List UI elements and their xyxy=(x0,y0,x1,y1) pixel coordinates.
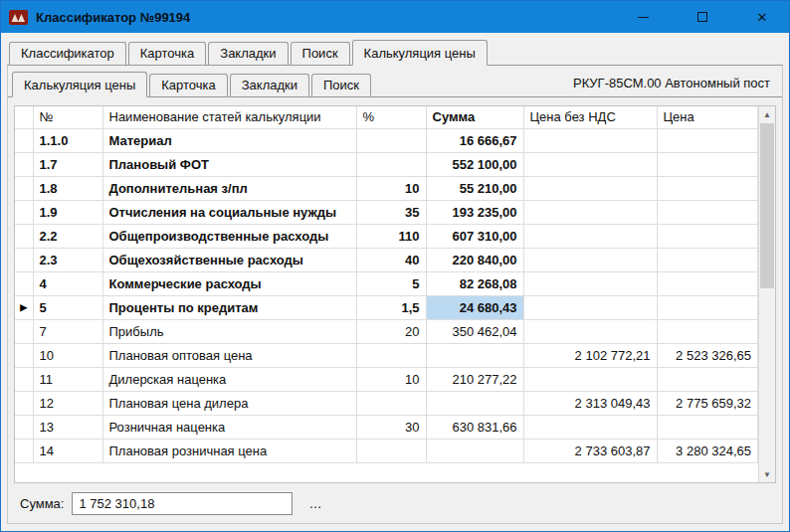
cell-name[interactable]: Розничная наценка xyxy=(102,415,356,439)
cell-price-no-vat[interactable] xyxy=(523,415,657,439)
cell-price[interactable] xyxy=(657,271,758,295)
row-marker[interactable] xyxy=(15,415,33,439)
cell-percent[interactable] xyxy=(356,343,426,367)
cell-sum[interactable]: 193 235,00 xyxy=(426,200,523,224)
table-row[interactable]: 12Плановая цена дилера2 313 049,432 775 … xyxy=(15,391,758,415)
maximize-button[interactable] xyxy=(680,1,725,33)
row-marker[interactable] xyxy=(15,128,33,152)
col-header-price[interactable]: Цена xyxy=(657,106,758,128)
inner-tab-card[interactable]: Карточка xyxy=(149,74,227,96)
cell-percent[interactable]: 10 xyxy=(356,176,426,200)
table-row[interactable]: 11Дилерская наценка10210 277,22 xyxy=(15,367,758,391)
cell-name[interactable]: Дополнительная з/пл xyxy=(102,176,356,200)
cell-price-no-vat[interactable] xyxy=(523,224,657,248)
row-marker[interactable] xyxy=(15,271,33,295)
inner-tab-bookmarks[interactable]: Закладки xyxy=(230,74,309,96)
cell-name[interactable]: Отчисления на социальные нужды xyxy=(102,200,356,224)
cell-num[interactable]: 4 xyxy=(33,271,102,295)
cell-price[interactable]: 2 523 326,65 xyxy=(657,343,758,367)
sum-input[interactable] xyxy=(72,492,293,515)
table-row[interactable]: 7Прибыль20350 462,04 xyxy=(15,319,758,343)
cell-price[interactable] xyxy=(657,415,758,439)
cell-num[interactable]: 1.1.0 xyxy=(33,128,102,152)
cell-sum[interactable]: 82 268,08 xyxy=(426,271,523,295)
cell-sum[interactable] xyxy=(426,439,523,462)
table-row[interactable]: 1.8Дополнительная з/пл1055 210,00 xyxy=(15,176,758,200)
tab-bookmarks[interactable]: Закладки xyxy=(208,42,288,65)
cell-num[interactable]: 11 xyxy=(33,367,102,391)
cell-sum[interactable] xyxy=(426,343,523,367)
table-row[interactable]: ▶5Проценты по кредитам1,524 680,43 xyxy=(15,295,758,319)
col-header-price-no-vat[interactable]: Цена без НДС xyxy=(523,106,657,128)
cell-name[interactable]: Общехозяйственные расходы xyxy=(102,248,356,271)
cell-percent[interactable]: 1,5 xyxy=(356,295,426,319)
cell-name[interactable]: Проценты по кредитам xyxy=(102,295,356,319)
row-marker[interactable] xyxy=(15,152,33,176)
cell-price[interactable]: 2 775 659,32 xyxy=(657,391,758,415)
row-marker[interactable] xyxy=(15,367,33,391)
cell-percent[interactable]: 5 xyxy=(356,271,426,295)
table-row[interactable]: 14Плановая розничная цена2 733 603,873 2… xyxy=(15,439,758,462)
cell-price-no-vat[interactable] xyxy=(523,367,657,391)
cell-percent[interactable]: 35 xyxy=(356,200,426,224)
tab-card[interactable]: Карточка xyxy=(128,42,206,65)
row-marker[interactable] xyxy=(15,391,33,415)
row-marker[interactable] xyxy=(15,319,33,343)
cell-sum[interactable]: 220 840,00 xyxy=(426,248,523,271)
cell-percent[interactable]: 10 xyxy=(356,367,426,391)
tab-price-calculation[interactable]: Калькуляция цены xyxy=(352,40,488,66)
row-marker[interactable] xyxy=(15,248,33,271)
cell-percent[interactable] xyxy=(356,391,426,415)
table-row[interactable]: 1.7Плановый ФОТ552 100,00 xyxy=(15,152,758,176)
cell-num[interactable]: 2.2 xyxy=(33,224,102,248)
cell-num[interactable]: 5 xyxy=(33,295,102,319)
cell-sum[interactable]: 630 831,66 xyxy=(426,415,523,439)
table-row[interactable]: 2.2Общепроизводственные расходы110607 31… xyxy=(15,224,758,248)
row-marker[interactable] xyxy=(15,343,33,367)
cell-sum[interactable]: 16 666,67 xyxy=(426,128,523,152)
row-marker[interactable] xyxy=(15,439,33,462)
cell-sum[interactable]: 55 210,00 xyxy=(426,176,523,200)
cell-price[interactable] xyxy=(657,176,758,200)
cell-num[interactable]: 1.7 xyxy=(33,152,102,176)
cell-percent[interactable]: 20 xyxy=(356,319,426,343)
cell-percent[interactable] xyxy=(356,128,426,152)
cell-price[interactable] xyxy=(657,224,758,248)
table-row[interactable]: 2.3Общехозяйственные расходы40220 840,00 xyxy=(15,248,758,271)
inner-tab-search[interactable]: Поиск xyxy=(311,74,371,96)
cell-name[interactable]: Плановая цена дилера xyxy=(102,391,356,415)
cell-price[interactable] xyxy=(657,295,758,319)
cell-percent[interactable]: 30 xyxy=(356,415,426,439)
cell-num[interactable]: 1.9 xyxy=(33,200,102,224)
col-header-percent[interactable]: % xyxy=(356,106,426,128)
row-marker[interactable] xyxy=(15,224,33,248)
cell-percent[interactable]: 40 xyxy=(356,248,426,271)
cell-price[interactable] xyxy=(657,152,758,176)
scroll-down-icon[interactable]: ▼ xyxy=(759,466,775,482)
vertical-scrollbar[interactable]: ▲ ▼ xyxy=(758,106,775,482)
cell-price-no-vat[interactable] xyxy=(523,200,657,224)
cell-price-no-vat[interactable]: 2 313 049,43 xyxy=(523,391,657,415)
table-row[interactable]: 1.9Отчисления на социальные нужды35193 2… xyxy=(15,200,758,224)
cell-percent[interactable]: 110 xyxy=(356,224,426,248)
table-row[interactable]: 1.1.0Материал16 666,67 xyxy=(15,128,758,152)
cell-num[interactable]: 2.3 xyxy=(33,248,102,271)
col-header-num[interactable]: № xyxy=(33,106,102,128)
cell-price-no-vat[interactable] xyxy=(523,128,657,152)
cell-price-no-vat[interactable] xyxy=(523,271,657,295)
table-row[interactable]: 10Плановая оптовая цена2 102 772,212 523… xyxy=(15,343,758,367)
cell-sum[interactable]: 350 462,04 xyxy=(426,319,523,343)
cell-price-no-vat[interactable] xyxy=(523,152,657,176)
cell-name[interactable]: Плановая розничная цена xyxy=(102,439,356,462)
cell-name[interactable]: Дилерская наценка xyxy=(102,367,356,391)
cell-price[interactable] xyxy=(657,319,758,343)
cell-name[interactable]: Плановая оптовая цена xyxy=(102,343,356,367)
cell-name[interactable]: Прибыль xyxy=(102,319,356,343)
cell-price-no-vat[interactable]: 2 733 603,87 xyxy=(523,439,657,462)
cell-sum[interactable]: 24 680,43 xyxy=(426,295,523,319)
row-marker[interactable] xyxy=(15,176,33,200)
cell-sum[interactable] xyxy=(426,391,523,415)
cell-num[interactable]: 10 xyxy=(33,343,102,367)
cell-sum[interactable]: 552 100,00 xyxy=(426,152,523,176)
col-header-sum[interactable]: Сумма xyxy=(426,106,523,128)
